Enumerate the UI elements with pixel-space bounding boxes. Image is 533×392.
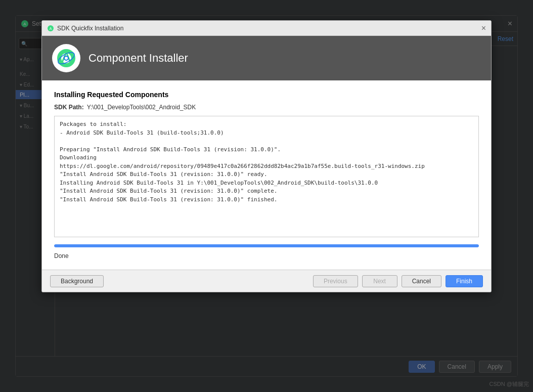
log-line: Installing Android SDK Build-Tools 31 in… xyxy=(60,179,473,188)
installer-icon-wrapper xyxy=(52,44,80,72)
sdk-path-row: SDK Path: Y:\001_DevelopTools\002_Androi… xyxy=(54,104,479,111)
modal-overlay: A SDK Quickfix Installation × Component xyxy=(0,0,533,392)
log-line: Downloading xyxy=(60,154,473,162)
modal-title-text: SDK Quickfix Installation xyxy=(57,25,123,32)
modal-close-button[interactable]: × xyxy=(481,24,486,32)
sdk-path-value: Y:\001_DevelopTools\002_Android_SDK xyxy=(87,104,196,111)
progress-bar-fill xyxy=(54,244,479,247)
footer-left: Background xyxy=(50,275,104,287)
progress-bar-container xyxy=(54,244,479,247)
svg-text:A: A xyxy=(50,27,52,30)
finish-button[interactable]: Finish xyxy=(446,275,483,287)
log-line xyxy=(60,137,473,146)
log-line: https://dl.google.com/android/repository… xyxy=(60,162,473,171)
log-line: - Android SDK Build-Tools 31 (build-tool… xyxy=(60,129,473,138)
log-line: Preparing "Install Android SDK Build-Too… xyxy=(60,146,473,154)
modal-header-title: Component Installer xyxy=(88,52,188,65)
next-button[interactable]: Next xyxy=(362,275,397,287)
log-area: Packages to install:- Android SDK Build-… xyxy=(54,116,479,237)
modal-body: Installing Requested Components SDK Path… xyxy=(42,80,491,270)
modal-cancel-button[interactable]: Cancel xyxy=(402,275,441,287)
log-line: Packages to install: xyxy=(60,120,473,129)
sdk-quickfix-modal: A SDK Quickfix Installation × Component xyxy=(41,20,492,292)
modal-title-group: A SDK Quickfix Installation xyxy=(47,25,123,32)
svg-point-6 xyxy=(64,56,68,60)
section-title: Installing Requested Components xyxy=(54,91,479,99)
done-text: Done xyxy=(54,252,479,259)
android-icon-modal: A xyxy=(47,25,54,32)
log-line: "Install Android SDK Build-Tools 31 (rev… xyxy=(60,196,473,204)
modal-titlebar: A SDK Quickfix Installation × xyxy=(42,21,491,36)
sdk-path-label: SDK Path: xyxy=(54,104,84,111)
previous-button[interactable]: Previous xyxy=(313,275,358,287)
android-studio-icon xyxy=(56,48,76,68)
footer-right: Previous Next Cancel Finish xyxy=(313,275,483,287)
log-line: "Install Android SDK Build-Tools 31 (rev… xyxy=(60,170,473,179)
modal-footer: Background Previous Next Cancel Finish xyxy=(42,270,491,292)
modal-header-band: Component Installer xyxy=(42,36,491,80)
log-line: "Install Android SDK Build-Tools 31 (rev… xyxy=(60,187,473,196)
background-button[interactable]: Background xyxy=(50,275,104,287)
